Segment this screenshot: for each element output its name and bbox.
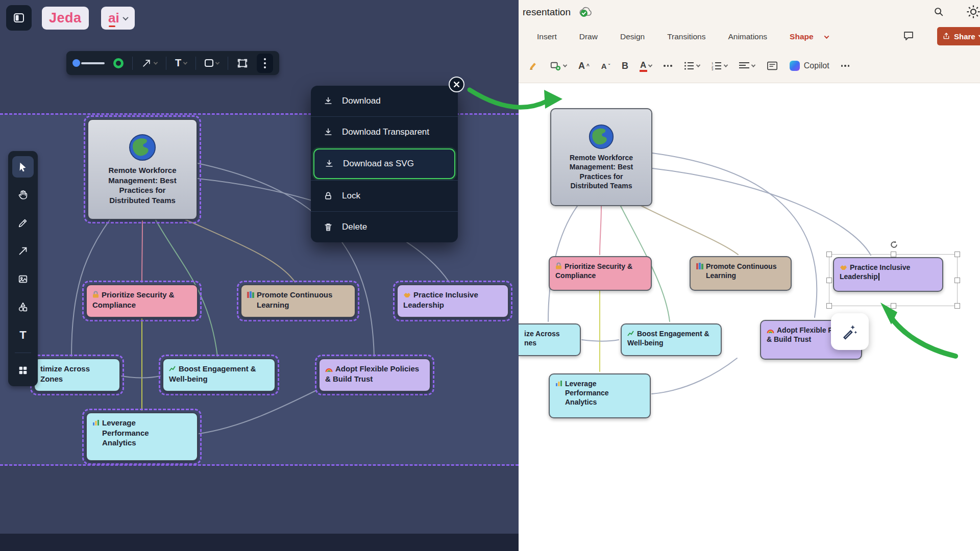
pencil-tool-button[interactable] — [12, 212, 34, 234]
align-button[interactable] — [739, 62, 755, 70]
lock-icon — [92, 291, 99, 298]
color-swatch-button[interactable] — [113, 58, 124, 68]
globe-icon — [589, 124, 614, 149]
node-label: Promote Continuous Learning — [257, 290, 333, 310]
tab-design[interactable]: Design — [620, 32, 645, 41]
mindmap-node-policies[interactable]: Adopt Flexible Policies & Build Trust — [315, 355, 434, 395]
node-label: Leverage Performance Analytics — [102, 418, 158, 448]
selection-frame — [829, 254, 958, 306]
resize-handle[interactable] — [954, 278, 960, 283]
font-color-button[interactable]: A — [640, 60, 652, 72]
menu-item-download[interactable]: Download — [311, 86, 458, 116]
menu-item-lock[interactable]: Lock — [311, 180, 458, 211]
text-tool-button[interactable]: T — [12, 324, 34, 346]
divider — [195, 57, 196, 70]
select-tool-button[interactable] — [12, 156, 34, 178]
node-label: ize Across nes — [524, 329, 564, 347]
resize-handle[interactable] — [954, 303, 960, 309]
chevron-down-icon — [751, 63, 755, 67]
download-icon — [323, 96, 333, 106]
ppt-node-zones[interactable]: ize Across nes — [519, 323, 581, 356]
resize-handle[interactable] — [826, 303, 832, 309]
search-button[interactable] — [933, 6, 944, 19]
copilot-button[interactable]: Copilot — [790, 61, 829, 71]
mindmap-node-security[interactable]: Prioritize Security & Compliance — [82, 281, 202, 321]
tab-draw[interactable]: Draw — [579, 32, 598, 41]
resize-handle[interactable] — [891, 303, 896, 309]
insert-shape-button[interactable] — [550, 60, 567, 71]
ppt-node-security[interactable]: Prioritize Security & Compliance — [549, 256, 652, 291]
dot — [848, 65, 850, 67]
chevron-down-icon[interactable] — [824, 34, 829, 39]
svg-text:1: 1 — [712, 62, 714, 65]
mindmap-node-engagement[interactable]: Boost Engagement & Well-being — [159, 355, 279, 395]
sidebar-toggle-button[interactable] — [6, 5, 32, 31]
shape-style-button[interactable] — [205, 59, 219, 67]
jeda-ai-logo[interactable]: ai — [101, 7, 135, 30]
pan-tool-button[interactable] — [12, 184, 34, 206]
text-style-button[interactable]: T — [175, 57, 187, 69]
tab-insert[interactable]: Insert — [537, 32, 557, 41]
mindmap-node-analytics[interactable]: Leverage Performance Analytics — [82, 409, 202, 465]
books-icon — [247, 291, 254, 298]
apps-grid-button[interactable] — [12, 360, 34, 381]
bullet-list-button[interactable] — [684, 61, 700, 70]
mindmap-node-leadership[interactable]: Practice Inclusive Leadership — [393, 281, 512, 321]
magic-design-button[interactable] — [831, 313, 869, 350]
lock-icon — [555, 262, 562, 269]
rainbow-icon — [767, 329, 774, 333]
ribbon-overflow-button[interactable] — [841, 65, 850, 67]
close-menu-button[interactable] — [449, 77, 464, 92]
jeda-logo[interactable]: Jeda — [42, 7, 89, 30]
resize-handle[interactable] — [891, 252, 896, 257]
mindmap-root-node-selected[interactable]: Remote Workforce Management: Best Practi… — [84, 115, 201, 223]
ppt-node-engagement[interactable]: Boost Engagement & Well-being — [621, 323, 722, 356]
more-options-button[interactable] — [257, 54, 273, 73]
frame-capture-icon[interactable] — [237, 58, 248, 69]
shapes-tool-button[interactable] — [12, 296, 34, 318]
magic-wand-icon — [841, 323, 859, 340]
menu-item-label: Lock — [342, 191, 360, 201]
more-font-options-button[interactable] — [664, 65, 672, 67]
menu-item-download-transparent[interactable]: Download Transparent — [311, 116, 458, 147]
tab-animations[interactable]: Animations — [728, 32, 767, 41]
connector-tool-button[interactable] — [12, 240, 34, 262]
stroke-width-slider[interactable] — [72, 59, 105, 67]
slide-layout-button[interactable] — [767, 61, 778, 71]
settings-button[interactable] — [966, 4, 980, 21]
ppt-root-node[interactable]: Remote Workforce Management: Best Practi… — [550, 108, 652, 206]
divider — [15, 353, 31, 353]
image-tool-button[interactable] — [12, 268, 34, 290]
resize-handle[interactable] — [826, 278, 832, 283]
bar-chart-icon — [92, 419, 100, 426]
tab-shape[interactable]: Shape — [790, 32, 814, 41]
chart-up-icon — [627, 330, 634, 337]
resize-handle[interactable] — [954, 252, 960, 257]
share-button[interactable]: Share — [937, 27, 980, 45]
node-label: Boost Engagement & Well-being — [627, 330, 709, 347]
bold-button[interactable]: B — [622, 61, 628, 71]
connector-style-button[interactable] — [141, 58, 157, 68]
divider — [228, 57, 228, 70]
menu-item-delete[interactable]: Delete — [311, 211, 458, 242]
slider-handle[interactable] — [72, 59, 80, 67]
grow-font-button[interactable]: A^ — [578, 61, 590, 71]
ppt-node-learning[interactable]: Promote Continuous Learning — [690, 256, 792, 291]
format-painter-button[interactable] — [528, 61, 538, 71]
rotate-handle[interactable] — [890, 240, 898, 251]
mindmap-node-zones[interactable]: timize Across Zones — [30, 355, 124, 395]
node-label: timize Across Zones — [40, 364, 94, 384]
resize-handle[interactable] — [826, 252, 832, 257]
menu-item-download-svg[interactable]: Download as SVG — [313, 148, 455, 179]
comments-button[interactable] — [902, 30, 915, 44]
node-label: Remote Workforce Management: Best Practi… — [99, 165, 186, 205]
ppt-node-analytics[interactable]: Leverage Performance Analytics — [549, 373, 651, 418]
shrink-font-button[interactable]: Aˇ — [601, 62, 610, 70]
numbered-list-button[interactable]: 123 — [712, 61, 727, 70]
arrow-up-right-icon — [141, 58, 152, 68]
comment-icon — [902, 30, 915, 42]
tab-transitions[interactable]: Transitions — [667, 32, 705, 41]
bar-chart-icon — [555, 380, 562, 387]
copilot-label: Copilot — [804, 61, 829, 70]
mindmap-node-learning[interactable]: Promote Continuous Learning — [237, 281, 359, 321]
